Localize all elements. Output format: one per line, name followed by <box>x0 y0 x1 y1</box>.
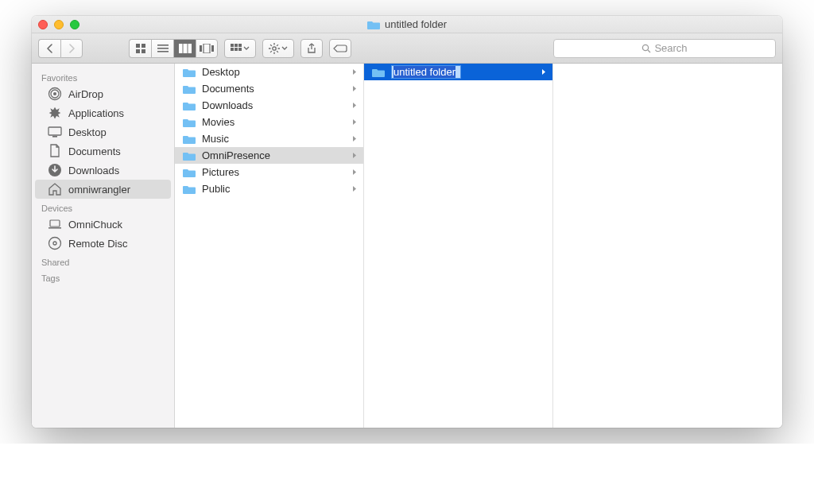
svg-rect-16 <box>231 48 234 51</box>
folder-row[interactable]: Documents <box>175 80 363 97</box>
icon-view-button[interactable] <box>129 39 151 58</box>
rename-input[interactable] <box>391 65 461 79</box>
svg-rect-4 <box>157 45 169 46</box>
documents-icon <box>48 144 62 158</box>
sidebar-item-label: AirDrop <box>68 88 103 100</box>
share-button[interactable] <box>300 39 323 58</box>
sidebar-header-devices: Devices <box>32 199 174 215</box>
folder-label: Public <box>202 183 346 195</box>
back-button[interactable] <box>38 39 60 58</box>
minimize-window-button[interactable] <box>54 20 64 29</box>
svg-rect-12 <box>211 45 214 52</box>
sidebar-item-label: Documents <box>68 145 121 157</box>
disc-icon <box>48 236 62 250</box>
chevron-right-icon <box>352 85 359 92</box>
svg-rect-34 <box>52 136 57 138</box>
arrange-button[interactable] <box>224 39 256 58</box>
chevron-right-icon <box>352 185 359 192</box>
svg-point-19 <box>273 46 276 49</box>
sidebar-item-computer[interactable]: OmniChuck <box>35 215 171 234</box>
column-2[interactable] <box>364 64 553 428</box>
sidebar-item-airdrop[interactable]: AirDrop <box>35 84 171 103</box>
applications-icon <box>48 106 62 120</box>
folder-icon <box>183 150 196 161</box>
list-view-button[interactable] <box>151 39 173 58</box>
folder-icon <box>183 167 196 178</box>
sidebar-header-favorites: Favorites <box>32 68 174 84</box>
home-icon <box>48 182 62 196</box>
action-group <box>262 39 294 58</box>
view-mode-buttons <box>129 39 218 58</box>
column-view-button[interactable] <box>173 39 196 58</box>
folder-icon <box>372 67 385 78</box>
folder-label: Music <box>202 133 346 145</box>
svg-rect-18 <box>238 48 242 51</box>
sidebar: Favorites AirDrop Applications Desktop D… <box>32 64 175 428</box>
folder-row[interactable]: Pictures <box>175 164 363 180</box>
search-input[interactable]: Search <box>553 39 776 58</box>
sidebar-header-shared: Shared <box>32 253 174 269</box>
folder-label: OmniPresence <box>202 149 346 161</box>
svg-point-30 <box>53 92 56 95</box>
folder-label: Desktop <box>202 66 346 78</box>
sidebar-item-downloads[interactable]: Downloads <box>35 161 171 180</box>
search-icon <box>642 44 651 53</box>
zoom-window-button[interactable] <box>70 20 79 29</box>
sidebar-item-home[interactable]: omniwrangler <box>35 180 171 199</box>
chevron-down-icon <box>281 46 288 50</box>
finder-window: untitled folder <box>32 16 782 428</box>
folder-icon <box>183 100 196 111</box>
nav-buttons <box>38 39 83 58</box>
sidebar-item-applications[interactable]: Applications <box>35 103 171 122</box>
svg-rect-0 <box>136 44 140 48</box>
gear-icon <box>269 43 280 54</box>
downloads-icon <box>48 163 62 177</box>
folder-row[interactable]: Public <box>175 180 363 197</box>
svg-line-25 <box>277 51 278 52</box>
svg-rect-7 <box>179 44 182 53</box>
sidebar-item-desktop[interactable]: Desktop <box>35 122 171 142</box>
svg-rect-14 <box>235 44 238 47</box>
sidebar-item-remote-disc[interactable]: Remote Disc <box>35 234 171 253</box>
folder-icon <box>183 83 196 95</box>
sidebar-item-documents[interactable]: Documents <box>35 142 171 161</box>
folder-row[interactable]: OmniPresence <box>175 147 363 164</box>
folder-row[interactable]: Music <box>175 130 363 147</box>
arrange-group <box>224 39 256 58</box>
folder-icon <box>183 67 196 78</box>
folder-row[interactable]: Movies <box>175 114 363 130</box>
chevron-right-icon <box>352 152 359 159</box>
sidebar-item-label: OmniChuck <box>68 219 122 231</box>
chevron-right-icon <box>352 135 359 142</box>
folder-row[interactable] <box>364 64 552 80</box>
svg-rect-10 <box>200 45 202 52</box>
svg-point-39 <box>53 242 56 245</box>
svg-rect-3 <box>141 49 145 53</box>
folder-icon <box>183 184 196 195</box>
column-1[interactable]: Desktop Documents Downloads Movies <box>175 64 364 428</box>
svg-line-24 <box>270 45 272 46</box>
folder-label: Downloads <box>202 99 346 111</box>
svg-rect-2 <box>136 49 140 53</box>
tags-button[interactable] <box>329 39 351 58</box>
coverflow-view-button[interactable] <box>196 39 218 58</box>
toolbar: Search <box>32 33 782 64</box>
action-button[interactable] <box>262 39 294 58</box>
folder-row[interactable]: Desktop <box>175 64 363 80</box>
svg-rect-11 <box>204 44 210 53</box>
svg-rect-8 <box>184 44 187 53</box>
column-3[interactable] <box>553 64 782 428</box>
search-placeholder: Search <box>654 42 687 54</box>
folder-row[interactable]: Downloads <box>175 97 363 114</box>
svg-rect-36 <box>50 220 60 227</box>
svg-rect-37 <box>48 227 61 229</box>
folder-icon <box>367 19 380 30</box>
sidebar-item-label: Desktop <box>68 126 107 138</box>
close-window-button[interactable] <box>38 20 48 29</box>
sidebar-item-label: Downloads <box>68 165 119 176</box>
forward-button[interactable] <box>60 39 83 58</box>
airdrop-icon <box>48 87 62 101</box>
svg-rect-9 <box>188 44 192 53</box>
folder-icon <box>183 134 196 145</box>
sidebar-item-label: Remote Disc <box>68 238 127 250</box>
